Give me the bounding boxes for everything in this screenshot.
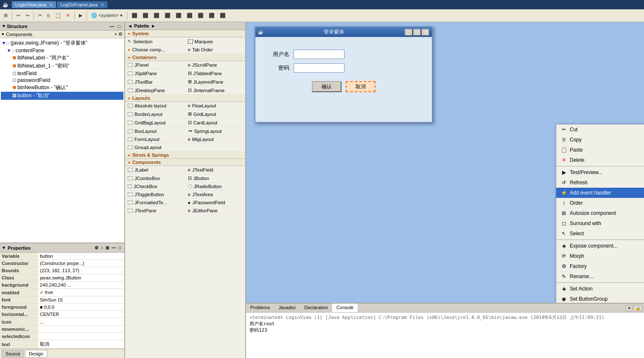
tab-console[interactable]: Console [332,304,358,312]
prop-value-fg[interactable]: ■ 0,0,0 [38,304,124,311]
ctx-copy[interactable]: ⎘ Copy Ctrl+C [556,135,644,145]
tab-close-logonframe[interactable]: ✕ [101,3,104,7]
ctx-factory[interactable]: ⚙ Factory ► [556,261,644,271]
palette-item-jinternalframe[interactable]: ⊡ JInternalFrame [185,86,246,95]
tree-item-3[interactable]: lblNewLabel_1 - "密码" [1,62,123,70]
tab-problems[interactable]: Problems [246,304,274,312]
palette-item-absolute[interactable]: Absolute layout [125,102,185,110]
toolbar-cut-btn[interactable]: ✂ [36,11,44,20]
prop-value-class[interactable]: javax.swing.JButton [38,274,124,282]
tree-item-7[interactable]: button - "取消" [1,92,123,100]
palette-item-marquee[interactable]: Marquee [185,37,246,46]
comp-settings-btn[interactable]: ⚙ [118,31,123,37]
palette-item-gridbaglayout[interactable]: GridBagLayout [125,118,185,127]
win-minimize-btn[interactable]: _ [405,29,412,36]
ctx-refresh[interactable]: ↺ Refresh F5 [556,178,644,188]
palette-item-jpasswordfield[interactable]: ● JPasswordField [185,199,246,207]
toolbar-align-left-btn[interactable]: ⬛ [129,11,140,20]
tab-loginview[interactable]: LoginView.java ✕ [12,1,56,8]
palette-item-jlayeredpane[interactable]: ⊞ JLayeredPane [185,78,246,86]
source-tab[interactable]: Source [2,350,24,358]
structure-minimize-btn[interactable]: — [108,24,115,29]
tab-declaration[interactable]: Declaration [300,304,332,312]
palette-item-choose-comp[interactable]: ● Choose comp... [125,46,185,54]
palette-item-jbutton[interactable]: ⊡ JButton [185,174,246,183]
palette-item-tab-order[interactable]: ≡ Tab Order [185,46,246,54]
prop-value-bounds[interactable]: (223, 182, 113, 27) [38,267,124,274]
palette-item-grouplayout[interactable]: GroupLayout [125,144,185,152]
toolbar-align-bottom-btn[interactable]: ⬛ [174,11,184,20]
ctx-select[interactable]: ↖ Select ► [556,228,644,239]
prop-value-variable[interactable]: button [38,253,124,260]
tree-item-4[interactable]: textField [1,70,123,77]
ctx-surround-with[interactable]: ◻ Surround with ► [556,218,644,228]
tree-item-1[interactable]: ▾ □ contentPane [1,47,123,54]
palette-item-miglayout[interactable]: ≡ MigLayout [185,135,246,144]
palette-item-jtextarea[interactable]: ≡ JTextArea [185,191,246,199]
design-area[interactable]: ☕ 登录窗体 _ □ ✕ 用户名 [246,22,644,303]
tab-close-loginview[interactable]: ✕ [49,3,53,7]
toolbar-copy-btn[interactable]: ⎘ [45,12,52,20]
tree-item-0[interactable]: ▾ □ (javax.swing.JFrame) - "登录窗体" [1,39,123,47]
comp-add-btn[interactable]: + [115,31,117,37]
console-clear-btn[interactable]: ✕ [626,305,633,311]
toolbar-paste-btn[interactable]: 📋 [53,11,63,20]
toolbar-align-center-btn[interactable]: ⬛ [140,11,151,20]
design-tab[interactable]: Design [25,350,47,358]
props-icon1[interactable]: ⚙ [94,245,99,251]
toolbar-redo-btn[interactable]: ↪ [23,11,31,20]
ctx-paste[interactable]: 📋 Paste Ctrl+V [556,145,644,155]
palette-item-jpanel[interactable]: JPanel [125,61,185,69]
ctx-test-preview[interactable]: ▶ Test/Preview... [556,167,644,178]
palette-item-jtextpane[interactable]: JTextPane [125,207,185,215]
palette-section-layouts[interactable]: ● Layouts [125,95,245,102]
toolbar-misc4-btn[interactable]: ⬛ [218,11,228,20]
palette-arrow-right[interactable]: ► [151,23,156,28]
toolbar-align-right-btn[interactable]: ⬛ [151,11,162,20]
palette-item-jcombobox[interactable]: JComboBox [125,174,185,183]
props-icon5[interactable]: □ [118,245,122,251]
tree-item-2[interactable]: lblNewLabel - "用户名" [1,54,123,62]
structure-maximize-btn[interactable]: □ [116,24,122,29]
toolbar-structure-btn[interactable]: ⊞ [2,11,10,20]
toolbar-misc1-btn[interactable]: ⬛ [185,11,195,20]
tree-item-5[interactable]: passwordField [1,77,123,84]
ctx-rename[interactable]: ✎ Rename... [556,271,644,282]
palette-item-selection[interactable]: ↖ Selection [125,37,185,46]
win-restore-btn[interactable]: □ [413,29,421,36]
palette-item-flowlayout[interactable]: ≡ FlowLayout [185,102,246,110]
palette-item-boxlayout[interactable]: BoxLayout [125,127,185,135]
props-icon2[interactable]: ↕ [100,245,104,251]
confirm-btn[interactable]: 确认 [312,81,342,92]
toolbar-align-top-btn[interactable]: ⬛ [162,11,173,20]
palette-item-jradiobutton[interactable]: JRadioButton [185,183,246,191]
palette-section-system[interactable]: ● System [125,30,245,37]
palette-item-cardlayout[interactable]: ⊡ CardLayout [185,118,246,127]
palette-item-jtogglebutton[interactable]: JToggleButton [125,191,185,199]
ctx-morph[interactable]: ⟳ Morph ► [556,251,644,261]
palette-arrow-left[interactable]: ◄ [128,23,132,28]
password-input[interactable] [294,63,344,73]
palette-section-containers[interactable]: ● Containers [125,54,245,61]
prop-value-icon[interactable]: ... [38,318,124,326]
win-close-btn[interactable]: ✕ [422,29,429,36]
ctx-expose[interactable]: ◈ Expose component... [556,241,644,251]
palette-item-jlabel[interactable]: JLabel [125,166,185,174]
prop-value-horizontal[interactable]: CENTER [38,311,124,318]
prop-value-text[interactable]: 取消 [38,340,124,349]
ctx-add-event-handler[interactable]: ⚡ Add event handler ► [556,188,644,198]
palette-section-components[interactable]: ● Components [125,159,245,166]
toolbar-run-btn[interactable]: ▶ [77,11,84,20]
toolbar-system-btn[interactable]: 🌐 <system> ▾ [89,11,125,20]
ctx-autosize[interactable]: ⊞ Autosize component [556,208,644,218]
palette-item-jeditorpane[interactable]: ≡ JEditorPane [185,207,246,215]
palette-item-gridlayout[interactable]: ⊞ GridLayout [185,110,246,118]
palette-item-formlayout[interactable]: FormLayout [125,135,185,144]
palette-item-springlayout[interactable]: ≔ SpringLayout [185,127,246,135]
cancel-btn[interactable]: 取消 [346,81,375,92]
props-icon3[interactable]: ⊞ [105,245,110,251]
prop-value-constructor[interactable]: (Constructor prope...) [38,260,124,267]
ctx-delete[interactable]: ✕ Delete Delete [556,155,644,165]
tab-javadoc[interactable]: Javadoc [274,304,300,312]
palette-item-jtoolbar[interactable]: JToolBar [125,78,185,86]
